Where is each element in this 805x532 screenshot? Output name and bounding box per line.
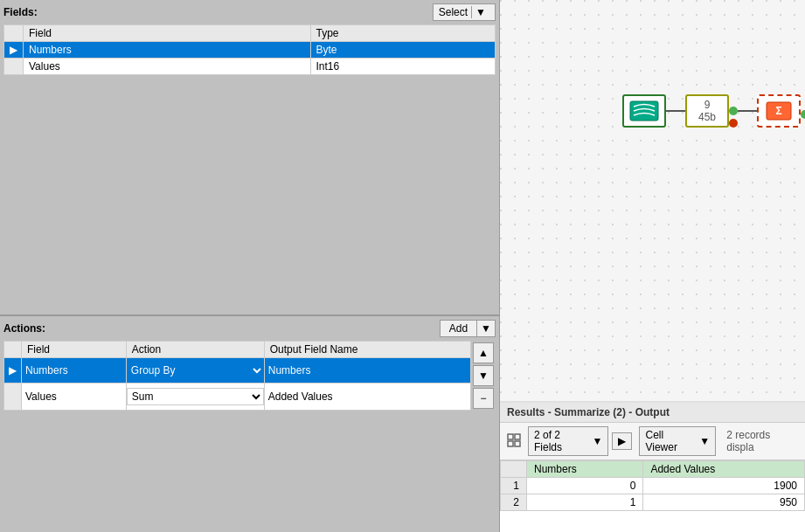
results-title: Results - Summarize (2) - Output [500,403,805,423]
results-panel: Results - Summarize (2) - Output 2 of 2 … [500,401,805,532]
scroll-down-button[interactable]: ▼ [473,365,494,386]
svg-rect-7 [508,441,513,446]
row-indicator [4,59,24,75]
result-added-values: 1900 [643,478,805,494]
fields-dropdown[interactable]: 2 of 2 Fields ▼ [528,426,608,456]
actions-col-field: Field [22,342,127,358]
action-field: Numbers [22,358,127,383]
scroll-up-button[interactable]: ▲ [473,342,494,363]
fields-table-row[interactable]: ▶ Numbers Byte [4,42,496,59]
select-button[interactable]: Select ▼ [433,3,496,21]
row-indicator: ▶ [4,42,24,59]
connector-2 [738,110,757,112]
fields-col-field: Field [24,25,311,42]
filter-node-label2: 45b [698,111,716,123]
fields-col-indicator [4,25,24,42]
fields-dropdown-icon: ▼ [593,435,603,447]
input-node-icon [628,100,660,122]
svg-rect-6 [515,434,520,439]
actions-table: Field Action Output Field Name ▶ Numbers… [3,341,471,411]
summarize-node[interactable]: Σ [757,94,801,128]
fields-label: Fields: [3,6,38,18]
field-type: Byte [310,42,495,59]
add-dropdown-button[interactable]: ▼ [477,320,496,337]
actions-table-row[interactable]: Values Group By Sum Count Average Added … [4,383,471,411]
results-table-container[interactable]: Numbers Added Values 1 0 1900 2 1 950 [500,460,805,532]
svg-text:Σ: Σ [775,105,781,117]
records-display-text: 2 records displa [726,429,798,453]
fields-table-row[interactable]: Values Int16 [4,59,496,75]
results-toolbar: 2 of 2 Fields ▼ ▶ Cell Viewer ▼ 2 record… [500,423,805,460]
cell-viewer-arrow: ▼ [699,435,710,447]
grid-view-icon [507,433,521,450]
actions-col-output: Output Field Name [264,342,470,358]
action-type[interactable]: Group By Sum Count Average [126,358,264,383]
field-name: Numbers [24,42,311,59]
result-row-num: 1 [501,478,527,494]
action-output: Added Values [264,383,470,411]
row-indicator: ▶ [4,358,22,383]
result-col-numbers: Numbers [527,461,643,478]
results-table-row: 1 0 1900 [501,478,805,494]
input-node[interactable] [622,94,666,128]
action-field: Values [22,383,127,411]
action-select[interactable]: Group By Sum Count Average [127,388,264,405]
summarize-node-icon: Σ [766,101,792,121]
result-row-num: 2 [501,494,527,511]
action-select[interactable]: Group By Sum Count Average [127,363,264,378]
summarize-output-dot [801,110,805,119]
connector-1 [666,110,685,112]
svg-rect-8 [515,441,520,446]
action-type[interactable]: Group By Sum Count Average [126,383,264,411]
actions-col-action: Action [126,342,264,358]
result-numbers: 0 [527,478,643,494]
actions-label: Actions: [3,322,45,335]
field-name: Values [24,59,311,75]
actions-col-indicator [4,342,22,358]
fields-count: 2 of 2 Fields [534,429,589,453]
select-arrow-icon[interactable]: ▼ [471,6,486,18]
add-button[interactable]: Add [440,320,477,337]
filter-node-output2 [729,119,738,128]
results-table: Numbers Added Values 1 0 1900 2 1 950 [500,460,805,511]
filter-node-label: 9 [704,99,711,111]
fields-table: Field Type ▶ Numbers Byte Values Int16 [3,24,496,75]
result-col-record [501,461,527,478]
filter-node-output [729,107,738,115]
action-output: Numbers [264,358,470,383]
field-type: Int16 [310,59,495,75]
result-col-added-values: Added Values [643,461,805,478]
svg-rect-5 [508,434,513,439]
result-added-values: 950 [643,494,805,511]
row-indicator [4,383,22,411]
filter-node[interactable]: 9 45b [685,94,729,128]
fields-nav-button[interactable]: ▶ [612,432,632,450]
fields-col-type: Type [310,25,495,42]
cell-viewer-label: Cell Viewer [645,429,696,453]
scroll-minus-button[interactable]: − [473,388,494,409]
result-numbers: 1 [527,494,643,511]
actions-table-row[interactable]: ▶ Numbers Group By Sum Count Average Num… [4,358,471,383]
cell-viewer-btn[interactable]: Cell Viewer ▼ [639,426,716,456]
results-table-row: 2 1 950 [501,494,805,511]
